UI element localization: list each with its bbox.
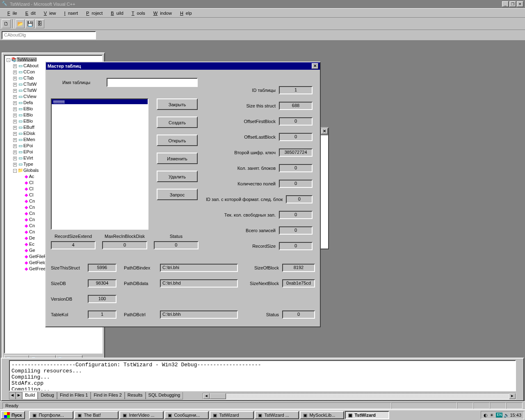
sizenextblock-value: 0xab1e75cd: [282, 279, 315, 288]
dialog-titlebar[interactable]: Мастер таблиц ✕: [46, 62, 320, 70]
readonly-value: 0: [286, 195, 313, 203]
pathdbctrl-value: C:\tri.bhh: [160, 310, 238, 319]
taskbar-button[interactable]: ▣TstWizard: [345, 411, 389, 419]
close-button[interactable]: Закрыть: [157, 98, 198, 110]
sizedb-value: 98304: [88, 279, 116, 288]
table-wizard-dialog: Мастер таблиц ✕ Имя таблицы ttttttttt За…: [45, 62, 321, 327]
sizethisstruct-value: 5996: [88, 264, 116, 272]
open-file-icon[interactable]: 📂: [16, 19, 25, 28]
main-toolbar: 🗋 📂 💾 🗄: [0, 17, 525, 30]
taskbar-button[interactable]: ▣Сообщени...: [164, 411, 209, 419]
readonly-value: 688: [279, 102, 313, 110]
pathdbindex-value: C:\tri.bhi: [160, 264, 238, 272]
app-icon: 🔧: [2, 1, 8, 7]
menu-help[interactable]: Help: [175, 10, 194, 16]
readonly-value: 0: [279, 211, 313, 219]
child-close-icon[interactable]: ✕: [321, 128, 328, 134]
readonly-value: 0: [279, 133, 313, 141]
taskbar-button[interactable]: ▣InterVideo ...: [119, 411, 164, 419]
menu-project[interactable]: Project: [81, 10, 105, 16]
windows-logo-icon: [4, 412, 10, 418]
taskbar-button[interactable]: ▣MySockLib...: [300, 411, 344, 419]
readonly-value: 0: [102, 241, 147, 249]
readonly-value: 0: [279, 226, 313, 235]
output-text[interactable]: --------------------Configuration: TstWi…: [9, 360, 516, 391]
close-button[interactable]: ✕: [517, 1, 523, 7]
taskbar-button[interactable]: ▣The Bat!: [74, 411, 119, 419]
menu-edit[interactable]: Edit: [21, 10, 38, 16]
tablekol-value: 1: [88, 310, 116, 319]
minimize-button[interactable]: _: [502, 1, 509, 7]
tablename-label: Имя таблицы: [62, 80, 90, 85]
readonly-value: 0: [279, 117, 313, 126]
output-hscrollbar[interactable]: ◄►: [203, 393, 516, 399]
start-button[interactable]: Пуск: [1, 411, 25, 419]
open-button[interactable]: Открыть: [157, 135, 198, 146]
readonly-value: 4: [51, 241, 96, 249]
output-panel: --------------------Configuration: TstWi…: [1, 358, 524, 401]
output-tab-sql[interactable]: SQL Debugging: [146, 392, 183, 399]
output-tab-find1[interactable]: Find in Files 1: [57, 392, 91, 399]
output-tab-next[interactable]: ►: [16, 392, 22, 399]
menu-bar: File Edit View Insert Project Build Tool…: [0, 8, 525, 17]
tray-lang[interactable]: EN: [496, 413, 502, 418]
pathdbdata-value: C:\tri.bhd: [160, 279, 238, 288]
taskbar-button[interactable]: ▣Портфоли...: [29, 411, 73, 419]
output-tab-prev[interactable]: ◄: [9, 392, 16, 399]
readonly-value: 385072724: [279, 148, 313, 157]
menu-file[interactable]: File: [2, 10, 20, 16]
versiondb-value: 100: [88, 295, 116, 303]
output-tab-debug[interactable]: Debug: [38, 392, 57, 399]
tray-icon[interactable]: 🔊: [504, 413, 509, 418]
menu-build[interactable]: Build: [106, 10, 126, 16]
taskbar-button[interactable]: ▣TstWizard: [210, 411, 254, 419]
create-button[interactable]: Создать: [157, 116, 198, 128]
readonly-value: 1: [279, 86, 313, 94]
tables-listbox[interactable]: ttttttttt: [51, 98, 148, 230]
readonly-value: 0: [279, 242, 313, 250]
app-titlebar: 🔧 TstWizard - Microsoft Visual C++ _ ❐ ✕: [0, 0, 525, 8]
tray-clock[interactable]: 15:43: [510, 413, 521, 418]
output-tab-find2[interactable]: Find in Files 2: [91, 392, 124, 399]
output-tab-results[interactable]: Results: [125, 392, 146, 399]
new-file-icon[interactable]: 🗋: [2, 19, 11, 28]
status-bar: Ready: [0, 401, 525, 409]
tray-icon[interactable]: ◐: [484, 413, 488, 418]
save-all-icon[interactable]: 🗄: [35, 19, 44, 28]
readonly-value: 0: [279, 180, 313, 188]
delete-button[interactable]: Удалить: [157, 171, 198, 182]
edit-button[interactable]: Изменить: [157, 153, 198, 164]
menu-window[interactable]: Window: [148, 10, 174, 16]
output-tabs: ◄ ► Build Debug Find in Files 1 Find in …: [9, 392, 183, 399]
app-title: TstWizard - Microsoft Visual C++: [10, 2, 75, 7]
list-item[interactable]: ttttttttt: [52, 99, 148, 104]
status-text: Ready: [2, 402, 391, 409]
sizeofblock-value: 8192: [282, 264, 315, 272]
dialog-title: Мастер таблиц: [48, 64, 81, 68]
query-button[interactable]: Запрос: [157, 189, 198, 200]
output-tab-build[interactable]: Build: [22, 392, 38, 399]
readonly-value: 0: [279, 164, 313, 172]
tablename-input[interactable]: [107, 78, 198, 87]
save-icon[interactable]: 💾: [25, 19, 34, 28]
class-combo[interactable]: CAboutDlg: [2, 31, 96, 39]
system-tray: ◐ ☀ EN 🔊 15:43: [481, 411, 524, 419]
menu-view[interactable]: View: [39, 10, 59, 16]
status-value: 0: [282, 310, 315, 319]
menu-tools[interactable]: Tools: [127, 10, 148, 16]
tray-icon[interactable]: ☀: [490, 413, 495, 418]
readonly-value: 0: [154, 241, 199, 249]
taskbar: Пуск ▣Портфоли...▣The Bat!▣InterVideo ..…: [0, 409, 525, 420]
maximize-button[interactable]: ❐: [509, 1, 516, 7]
class-combo-row: CAboutDlg: [0, 30, 525, 40]
taskbar-button[interactable]: ▣TstWizard ...: [255, 411, 299, 419]
dialog-close-icon[interactable]: ✕: [312, 63, 318, 69]
menu-insert[interactable]: Insert: [59, 10, 81, 16]
workspace: ✕ -📚TstWizard +▭CAbout+▭CCon+▭CTab+▭CTst…: [0, 40, 525, 368]
